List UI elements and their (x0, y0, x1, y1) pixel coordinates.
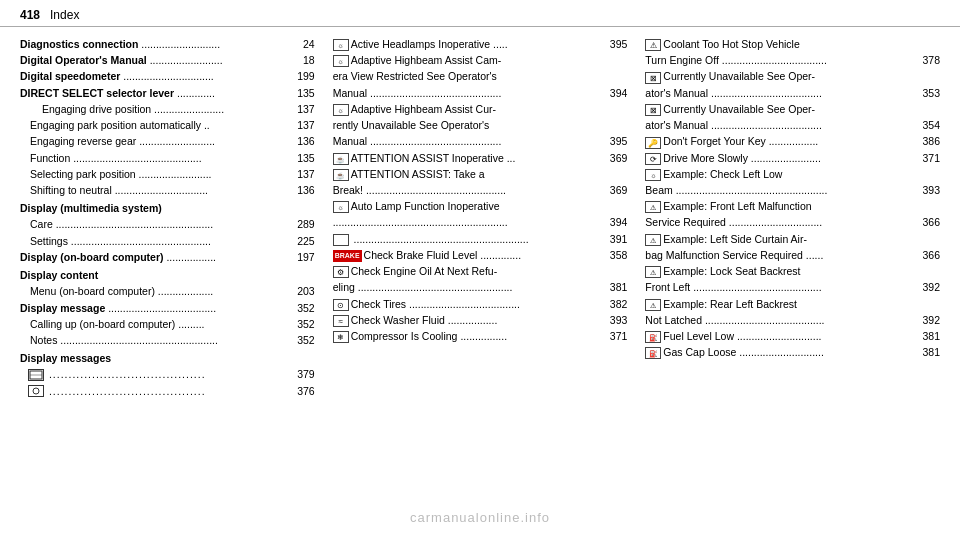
list-item: ≈Check Washer Fluid ................. 39… (333, 313, 628, 328)
headlamp-icon: ☼ (333, 39, 349, 51)
rearback-icon: ⚠ (645, 299, 661, 311)
list-item: ⛽Gas Cap Loose .........................… (645, 345, 940, 360)
list-item: Manual .................................… (333, 86, 628, 101)
beam-icon: ☼ (645, 169, 661, 181)
highbeam2-icon: ☼ (333, 104, 349, 116)
list-item: ⟳Drive More Slowly .....................… (645, 151, 940, 166)
list-item: bag Malfunction Service Required ...... … (645, 248, 940, 263)
tire-icon: ⊙ (333, 299, 349, 311)
list-item: ☼Adaptive Highbeam Assist Cur- (333, 102, 628, 117)
list-item: ........................................… (20, 384, 315, 399)
list-item: Diagnostics connection .................… (20, 37, 315, 52)
list-item: ⚠Coolant Too Hot Stop Vehicle (645, 37, 940, 52)
highbeam-icon: ☼ (333, 55, 349, 67)
list-item: ⚠Example: Left Side Curtain Air- (645, 232, 940, 247)
list-item: ⊙Check Tires ...........................… (333, 297, 628, 312)
list-item: ☕ATTENTION ASSIST Inoperative ... 369 (333, 151, 628, 166)
column-3: ⚠Coolant Too Hot Stop Vehicle Turn Engin… (645, 37, 940, 400)
list-item: ⊠Currently Unavailable See Oper- (645, 102, 940, 117)
list-item: Digital speedometer ....................… (20, 69, 315, 84)
svg-point-2 (33, 388, 39, 394)
list-item: ator's Manual ..........................… (645, 118, 940, 133)
list-item: Selecting park position ................… (20, 167, 315, 182)
list-item: ☼Active Headlamps Inoperative ..... 395 (333, 37, 628, 52)
list-item: DIRECT SELECT selector lever ...........… (20, 86, 315, 101)
compressor-icon: ❄ (333, 331, 349, 343)
backrest-icon: ⚠ (645, 266, 661, 278)
list-item: ⚠Example: Front Left Malfunction (645, 199, 940, 214)
main-content: Diagnostics connection .................… (0, 37, 960, 400)
fuel-icon: ⛽ (645, 331, 661, 343)
list-item: Care ...................................… (20, 217, 315, 232)
attention-assist2-icon: ☕ (333, 169, 349, 181)
list-item: Break! .................................… (333, 183, 628, 198)
engine-icon: ⚙ (333, 266, 349, 278)
list-item: Digital Operator's Manual ..............… (20, 53, 315, 68)
list-item: ☼Auto Lamp Function Inoperative (333, 199, 628, 214)
icon-box-1 (333, 234, 349, 246)
page-header: 418 Index (0, 0, 960, 27)
list-item: Menu (on-board computer) ...............… (20, 284, 315, 299)
list-item: ☼Adaptive Highbeam Assist Cam- (333, 53, 628, 68)
list-item: Manual .................................… (333, 134, 628, 149)
list-item: Notes ..................................… (20, 333, 315, 348)
list-item: Beam ...................................… (645, 183, 940, 198)
list-item: 🔑Don't Forget Your Key .................… (645, 134, 940, 149)
list-item: rently Unavailable See Operator's (333, 118, 628, 133)
list-item: ❄Compressor Is Cooling ................ … (333, 329, 628, 344)
attention-assist-icon: ☕ (333, 153, 349, 165)
unavail1-icon: ⊠ (645, 72, 661, 84)
header-title: Index (50, 8, 79, 22)
display-icon-1 (28, 369, 44, 381)
list-item: eling ..................................… (333, 280, 628, 295)
watermark: carmanualonline.info (410, 510, 550, 525)
list-item: era View Restricted See Operator's (333, 69, 628, 84)
list-item: Shifting to neutral ....................… (20, 183, 315, 198)
drive-slowly-icon: ⟳ (645, 153, 661, 165)
list-item: Not Latched ............................… (645, 313, 940, 328)
gascap-icon: ⛽ (645, 347, 661, 359)
list-item: Function ...............................… (20, 151, 315, 166)
list-item: ⚠Example: Rear Left Backrest (645, 297, 940, 312)
list-item: ⚠Example: Lock Seat Backrest (645, 264, 940, 279)
list-item: ⚙Check Engine Oil At Next Refu- (333, 264, 628, 279)
list-item: Front Left .............................… (645, 280, 940, 295)
list-item: Settings ...............................… (20, 234, 315, 249)
autolamp-icon: ☼ (333, 201, 349, 213)
column-1: Diagnostics connection .................… (20, 37, 333, 400)
list-item: BRAKECheck Brake Fluid Level ...........… (333, 248, 628, 263)
list-item: ........................................… (333, 232, 628, 247)
frontleft-icon: ⚠ (645, 201, 661, 213)
display-icon-2 (28, 385, 44, 397)
list-item: Display (on-board computer) ............… (20, 250, 315, 265)
list-item: Engaging drive position ................… (20, 102, 315, 117)
column-2: ☼Active Headlamps Inoperative ..... 395 … (333, 37, 646, 400)
list-item: Engaging reverse gear ..................… (20, 134, 315, 149)
list-item: Display content (20, 268, 315, 283)
list-item: ........................................… (333, 215, 628, 230)
list-item: Service Required .......................… (645, 215, 940, 230)
page-number: 418 (20, 8, 40, 22)
list-item: ........................................… (20, 367, 315, 382)
curtain-icon: ⚠ (645, 234, 661, 246)
list-item: Display (multimedia system) (20, 201, 315, 216)
list-item: Calling up (on-board computer) .........… (20, 317, 315, 332)
washer-icon: ≈ (333, 315, 349, 327)
list-item: ☼Example: Check Left Low (645, 167, 940, 182)
list-item: ⊠Currently Unavailable See Oper- (645, 69, 940, 84)
coolant-icon: ⚠ (645, 39, 661, 51)
list-item: Turn Engine Off ........................… (645, 53, 940, 68)
list-item: ☕ATTENTION ASSIST: Take a (333, 167, 628, 182)
brake-icon: BRAKE (333, 250, 362, 262)
key-icon: 🔑 (645, 137, 661, 149)
list-item: ⛽Fuel Level Low ........................… (645, 329, 940, 344)
list-item: Engaging park position automatically .. … (20, 118, 315, 133)
unavail2-icon: ⊠ (645, 104, 661, 116)
list-item: Display messages (20, 351, 315, 366)
list-item: ator's Manual ..........................… (645, 86, 940, 101)
list-item: Display message ........................… (20, 301, 315, 316)
